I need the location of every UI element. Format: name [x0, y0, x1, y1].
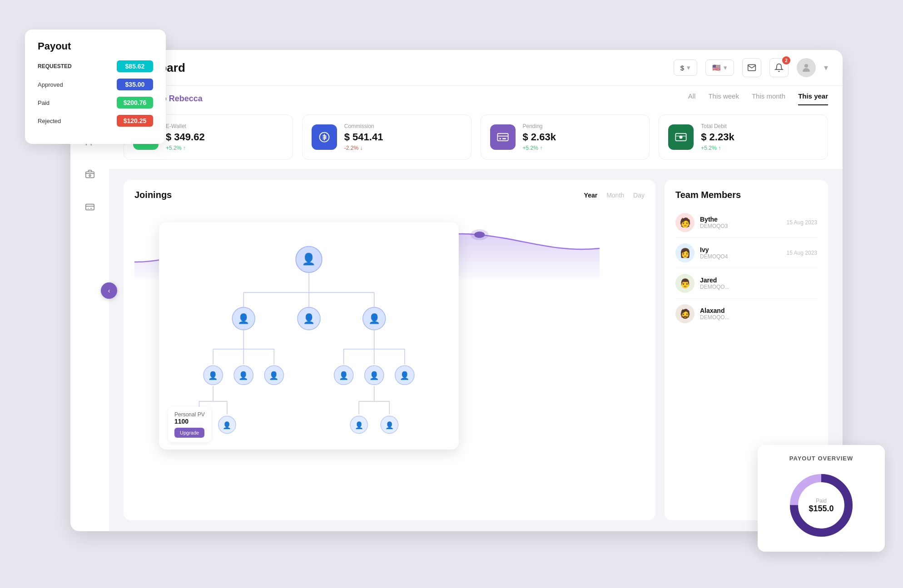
- tree-icon-l2-right: 👤: [368, 313, 381, 325]
- member-name-ivy: Ivy: [700, 246, 728, 253]
- member-code-jared: DEMOQO...: [700, 284, 729, 290]
- stat-card-commission: Commission $ 541.41 -2.2% ↓: [302, 114, 471, 160]
- total-debit-change: +5.2% ↑: [701, 145, 734, 151]
- chart-tab-month[interactable]: Month: [606, 192, 624, 199]
- team-member-jared[interactable]: 👨 Jared DEMOQO...: [675, 268, 817, 299]
- currency-chevron: ▾: [687, 64, 690, 72]
- team-member-ivy[interactable]: 👩 Ivy DEMOQO4 15 Aug 2023: [675, 238, 817, 268]
- ewallet-info: E-Wallet $ 349.62 +5.2% ↑: [166, 123, 205, 151]
- member-date-bythe: 15 Aug 2023: [787, 219, 817, 226]
- payout-label-approved: Approved: [38, 81, 63, 88]
- payout-amount-rejected: $120.25: [117, 115, 153, 127]
- chart-tabs: Year Month Day: [584, 192, 645, 199]
- user-chevron: ▾: [824, 63, 828, 73]
- svg-text:👤: 👤: [385, 421, 394, 430]
- welcome-name: Rebecca: [169, 94, 203, 103]
- donut-paid-text: Paid: [809, 498, 834, 504]
- svg-text:👤: 👤: [339, 371, 349, 380]
- payout-card-title: Payout: [38, 40, 153, 52]
- tree-icon-l2-left: 👤: [238, 313, 250, 325]
- payout-label-paid: Paid: [38, 99, 50, 106]
- svg-text:👤: 👤: [400, 371, 410, 380]
- ewallet-label: E-Wallet: [166, 123, 205, 129]
- member-avatar-bythe: 🧑: [675, 213, 695, 232]
- commission-change: -2.2% ↓: [344, 145, 383, 151]
- total-debit-value: $ 2.23k: [701, 131, 734, 143]
- team-member-alaxand[interactable]: 🧔 Alaxand DEMOQO...: [675, 299, 817, 329]
- commission-icon: [312, 124, 337, 150]
- team-member-bythe[interactable]: 🧑 Bythe DEMOQO3 15 Aug 2023: [675, 208, 817, 238]
- filter-year[interactable]: This year: [798, 92, 828, 105]
- currency-selector[interactable]: $ ▾: [674, 59, 697, 76]
- member-info-bythe: Bythe DEMOQO3: [700, 216, 728, 229]
- donut-amount: $155.0: [809, 504, 834, 514]
- payout-label-requested: REQUESTED: [38, 63, 72, 69]
- svg-text:👤: 👤: [269, 371, 279, 380]
- tree-icon-l2-mid: 👤: [303, 313, 315, 325]
- payout-row-rejected: Rejected $120.25: [38, 115, 153, 127]
- welcome-bar: Welcome to Rebecca All This week This mo…: [109, 86, 843, 105]
- joinings-header: Joinings Year Month Day: [134, 190, 645, 200]
- total-debit-label: Total Debit: [701, 123, 734, 129]
- commission-value: $ 541.41: [344, 131, 383, 143]
- member-left-ivy: 👩 Ivy DEMOQO4: [675, 243, 728, 262]
- payout-label-rejected: Rejected: [38, 118, 61, 124]
- payout-overview-title: PAYOUT OVERVIEW: [769, 455, 874, 462]
- payout-row-requested: REQUESTED $85.62: [38, 60, 153, 72]
- personal-pv-value: 1100: [174, 418, 205, 425]
- mail-button[interactable]: [742, 58, 761, 77]
- total-debit-info: Total Debit $ 2.23k +5.2% ↑: [701, 123, 734, 151]
- svg-point-14: [804, 64, 808, 68]
- donut-container: Paid $155.0: [769, 469, 874, 542]
- pending-label: Pending: [523, 123, 556, 129]
- language-chevron: ▾: [724, 64, 727, 72]
- upgrade-button[interactable]: Upgrade: [174, 428, 204, 438]
- ewallet-value: $ 349.62: [166, 131, 205, 143]
- genealogy-section: 👤 👤 👤 👤 👤 👤 👤 👤 👤 👤 👤 👤 👤 👤: [159, 222, 459, 450]
- payout-row-approved: Approved $35.00: [38, 79, 153, 90]
- donut-label: Paid $155.0: [809, 498, 834, 514]
- payout-amount-requested: $85.62: [117, 60, 153, 72]
- member-code-bythe: DEMOQO3: [700, 223, 728, 229]
- chart-tab-day[interactable]: Day: [633, 192, 645, 199]
- member-avatar-ivy: 👩: [675, 243, 695, 262]
- commission-label: Commission: [344, 123, 383, 129]
- member-avatar-alaxand: 🧔: [675, 304, 695, 323]
- sidebar-item-earnings[interactable]: [80, 164, 100, 184]
- stat-card-total-debit: Total Debit $ 2.23k +5.2% ↑: [659, 114, 828, 160]
- sidebar-toggle[interactable]: ‹: [101, 282, 117, 299]
- member-avatar-jared: 👨: [675, 274, 695, 293]
- user-avatar[interactable]: [797, 58, 816, 77]
- language-selector[interactable]: 🇺🇸 ▾: [705, 59, 734, 76]
- svg-text:👤: 👤: [369, 371, 379, 380]
- svg-rect-20: [502, 138, 506, 139]
- svg-text:👤: 👤: [208, 371, 218, 380]
- payout-amount-approved: $35.00: [117, 79, 153, 90]
- payout-card: Payout REQUESTED $85.62 Approved $35.00 …: [25, 30, 166, 144]
- stat-card-pending: Pending $ 2.63k +5.2% ↑: [481, 114, 650, 160]
- filter-all[interactable]: All: [688, 92, 696, 105]
- total-debit-icon: [668, 124, 694, 150]
- stats-row: E-Wallet $ 349.62 +5.2% ↑ Commission $ 5…: [109, 105, 843, 169]
- payout-amount-paid: $200.76: [117, 97, 153, 109]
- member-name-jared: Jared: [700, 277, 729, 284]
- member-info-ivy: Ivy DEMOQO4: [700, 246, 728, 260]
- filter-week[interactable]: This week: [708, 92, 739, 105]
- member-left-bythe: 🧑 Bythe DEMOQO3: [675, 213, 728, 232]
- member-info-alaxand: Alaxand DEMOQO...: [700, 307, 729, 321]
- member-code-alaxand: DEMOQO...: [700, 314, 729, 321]
- notifications-button[interactable]: 2: [769, 58, 789, 77]
- payout-row-paid: Paid $200.76: [38, 97, 153, 109]
- sidebar-item-payments[interactable]: [80, 197, 100, 217]
- member-date-ivy: 15 Aug 2023: [787, 250, 817, 256]
- filter-tabs: All This week This month This year: [688, 92, 828, 105]
- notification-badge: 2: [782, 56, 790, 64]
- filter-month[interactable]: This month: [752, 92, 785, 105]
- member-left-alaxand: 🧔 Alaxand DEMOQO...: [675, 304, 729, 323]
- team-title: Team Members: [675, 190, 741, 200]
- pending-info: Pending $ 2.63k +5.2% ↑: [523, 123, 556, 151]
- pending-icon: [490, 124, 516, 150]
- member-left-jared: 👨 Jared DEMOQO...: [675, 274, 729, 293]
- chart-tab-year[interactable]: Year: [584, 192, 598, 199]
- upgrade-snippet: Personal PV 1100 Upgrade: [168, 407, 211, 442]
